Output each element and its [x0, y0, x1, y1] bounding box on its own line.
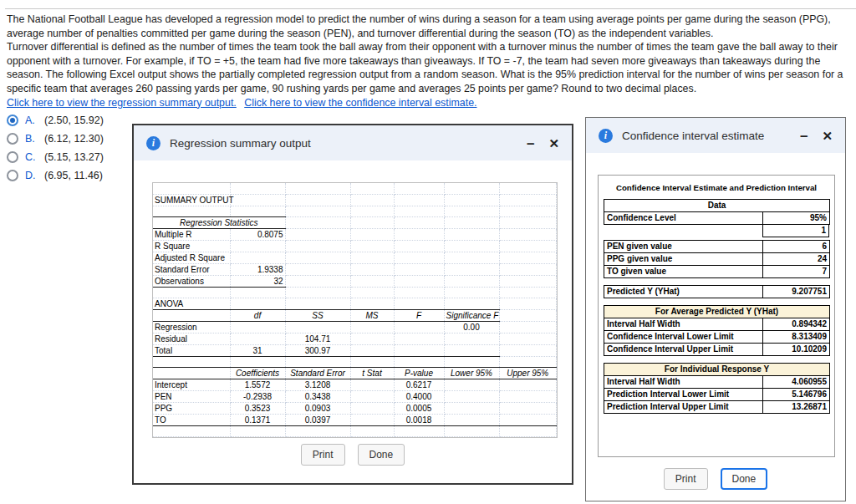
ci-average-table: For Average Predicted Y (YHat) Interval … — [604, 305, 830, 356]
minimize-icon[interactable] — [800, 129, 808, 143]
anova-header: F — [394, 309, 444, 321]
anova-cell — [394, 333, 444, 344]
coef-cell — [499, 379, 557, 390]
ci-individual-header: For Individual Response Y — [604, 364, 830, 376]
coef-cell: 0.0005 — [394, 402, 444, 414]
stat-value: 1.9338 — [230, 263, 285, 275]
ci-sheet-title: Confidence Interval Estimate and Predict… — [604, 181, 829, 195]
coef-cell — [444, 414, 499, 425]
choice-a[interactable]: A. (2.50, 15.92) — [7, 111, 104, 130]
ci-row-value: 9.207751 — [763, 286, 830, 298]
question-text: The National Football League has develop… — [7, 13, 851, 109]
ci-row-label: Interval Half Width — [604, 318, 763, 331]
confidence-interval-modal: Confidence interval estimate Confidence … — [585, 117, 846, 501]
done-button[interactable]: Done — [358, 444, 405, 466]
anova-cell — [350, 344, 394, 356]
ci-row-value: 6 — [763, 241, 830, 253]
coef-header: Upper 95% — [499, 367, 557, 379]
close-icon[interactable] — [822, 130, 833, 142]
ci-modal-title: Confidence interval estimate — [622, 130, 764, 142]
anova-header: MS — [350, 309, 394, 321]
ci-row-value: 5.146796 — [763, 389, 830, 401]
anova-cell — [394, 321, 444, 333]
stat-label: R Square — [153, 240, 230, 252]
anova-cell — [444, 333, 499, 344]
coef-cell: 0.3523 — [230, 402, 285, 414]
coef-cell: 0.3438 — [285, 390, 350, 402]
choice-letter: C. — [25, 151, 38, 163]
anova-cell: 0.00 — [444, 321, 499, 333]
coef-row-label: PEN — [153, 390, 230, 402]
ci-modal-header: Confidence interval estimate — [586, 118, 845, 153]
ci-row-value: 10.10209 — [763, 344, 830, 356]
stat-value: 32 — [230, 275, 285, 287]
ci-modal-buttons: Print Done — [586, 468, 845, 490]
ci-row-value: 4.060955 — [763, 376, 830, 389]
done-button[interactable]: Done — [721, 468, 768, 490]
coef-cell — [350, 414, 394, 425]
question-links: Click here to view the regression summar… — [7, 96, 851, 110]
radio-icon[interactable] — [7, 170, 18, 181]
radio-icon[interactable] — [7, 133, 18, 145]
ci-row-label: Prediction Interval Lower Limit — [604, 389, 763, 401]
anova-cell: 300.97 — [285, 344, 350, 356]
ci-row-label: Confidence Level — [604, 212, 763, 225]
ci-one-row: 1 — [604, 225, 829, 237]
choice-b[interactable]: B. (6.12, 12.30) — [7, 130, 104, 148]
regression-output-table: SUMMARY OUTPUT Regression Statistics Mul… — [153, 183, 557, 437]
regression-modal-header: Regression summary output — [134, 125, 572, 160]
stat-value — [230, 252, 285, 263]
stat-value — [230, 240, 285, 252]
anova-row-label: Residual — [153, 333, 230, 344]
question-paragraph-1: The National Football League has develop… — [7, 13, 851, 40]
stat-label: Observations — [153, 275, 230, 287]
coef-cell — [444, 402, 499, 414]
coef-cell — [499, 414, 557, 425]
ci-row-label: TO given value — [604, 266, 763, 278]
choice-text: (2.50, 15.92) — [44, 115, 104, 126]
anova-cell: 104.71 — [285, 333, 350, 344]
anova-cell — [350, 333, 394, 344]
coef-cell: 0.0018 — [394, 414, 444, 425]
regression-output-link[interactable]: Click here to view the regression summar… — [7, 97, 237, 109]
radio-icon[interactable] — [7, 151, 18, 163]
coef-header: t Stat — [350, 367, 394, 379]
coef-cell — [350, 402, 394, 414]
print-button[interactable]: Print — [301, 444, 345, 466]
coef-cell — [499, 390, 557, 402]
regression-statistics-header: Regression Statistics — [153, 216, 285, 228]
ci-row-value: 7 — [763, 266, 830, 278]
ci-row-label: Predicted Y (YHat) — [604, 286, 763, 298]
anova-header: Significance F — [444, 309, 499, 321]
regression-summary-modal: Regression summary output SUMMARY OUTPUT… — [132, 124, 573, 485]
coef-cell: 0.4000 — [394, 390, 444, 402]
choice-c[interactable]: C. (5.15, 13.27) — [7, 148, 104, 166]
coef-header: Coefficients — [230, 367, 285, 379]
coef-header: P-value — [394, 367, 444, 379]
coef-header: Standard Error — [285, 367, 350, 379]
minimize-icon[interactable] — [527, 136, 534, 150]
answer-choices: A. (2.50, 15.92) B. (6.12, 12.30) C. (5.… — [7, 111, 104, 185]
anova-row-label: Regression — [153, 321, 230, 333]
coef-cell: 1.5572 — [230, 379, 285, 390]
print-button[interactable]: Print — [664, 468, 708, 490]
choice-d[interactable]: D. (6.95, 11.46) — [7, 166, 104, 185]
coef-row-label: Intercept — [153, 379, 230, 390]
stat-label: Adjusted R Square — [153, 252, 230, 263]
summary-output-label: SUMMARY OUTPUT — [153, 194, 230, 206]
ci-row-label: PPG given value — [604, 253, 763, 266]
anova-cell — [285, 321, 350, 333]
coef-header: Lower 95% — [444, 367, 499, 379]
info-icon — [146, 136, 160, 150]
ci-row-value: 95% — [763, 212, 830, 225]
anova-cell — [350, 321, 394, 333]
anova-cell — [230, 333, 285, 344]
regression-spreadsheet: SUMMARY OUTPUT Regression Statistics Mul… — [152, 182, 558, 438]
coef-cell: -0.2938 — [230, 390, 285, 402]
choice-letter: B. — [25, 133, 38, 145]
ci-estimate-link[interactable]: Click here to view the confidence interv… — [244, 97, 476, 109]
choice-letter: D. — [25, 170, 38, 181]
radio-selected-icon[interactable] — [7, 115, 18, 126]
close-icon[interactable] — [548, 137, 559, 150]
anova-header: SS — [285, 309, 350, 321]
